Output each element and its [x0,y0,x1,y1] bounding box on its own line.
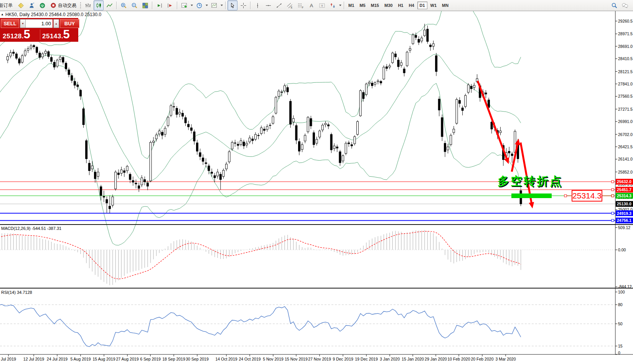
timeframe-m1[interactable]: M1 [346,2,356,9]
trend-arrow-shaft [478,81,508,161]
candle-body [103,197,105,197]
price-divider [40,30,40,40]
candle-body [237,144,239,146]
cursor-icon[interactable] [227,0,237,10]
candle-body [117,173,119,175]
auto-scroll-icon[interactable] [154,0,164,10]
candle-body [188,124,190,127]
candle-body [153,141,155,143]
candle-body [290,101,292,124]
candle-body [144,180,146,182]
candle-body [333,146,335,149]
candle-body [62,57,64,62]
candle-body [380,81,382,83]
timeframe-w1[interactable]: W1 [428,2,439,9]
symbols-icon[interactable] [16,0,26,10]
candle-body [190,128,192,131]
zoom-in-icon[interactable] [119,0,129,10]
search-icon[interactable] [609,0,619,10]
timeframe-m30[interactable]: M30 [382,2,395,9]
candle-body [339,152,341,163]
vline-tool-icon[interactable] [252,0,262,10]
new-order-button[interactable]: 新订单 [0,0,15,10]
candle-body [77,85,79,87]
candle-body [467,85,469,92]
date-label: 18 Sep 2019 [162,357,185,361]
collapse-icon[interactable]: ▲ [1,13,4,16]
shapes-tool-icon[interactable] [328,0,338,10]
candle-body [389,66,391,67]
candle-body [30,46,32,48]
timeframe-m5[interactable]: M5 [357,2,368,9]
candle-body [199,152,201,156]
candle-body [511,154,513,156]
sell-button[interactable]: SELL [1,19,19,28]
hline-tool-icon[interactable] [263,0,273,10]
toolbar-grip [80,2,81,9]
periods-icon[interactable] [194,0,204,10]
date-label: 14 Oct 2019 [215,357,237,361]
chat-icon[interactable] [620,0,630,10]
candle-body [438,99,440,110]
volume-decrease-button[interactable]: ▼ [20,19,26,28]
buy-button[interactable]: BUY [60,19,79,28]
axis-tick-label: 26702.0 [618,132,633,137]
text-tool-icon[interactable]: A [306,0,316,10]
price-badge-label: 24919.3 [617,211,631,216]
candle-body [401,63,402,66]
line-chart-icon[interactable] [104,0,114,10]
timeframe-d1[interactable]: D1 [417,2,427,9]
signals-icon[interactable] [37,0,47,10]
candle-body [359,90,361,116]
candle-body [18,59,20,63]
fibonacci-tool-icon[interactable]: F [295,0,305,10]
candle-body [74,81,76,85]
candle-body [45,51,46,54]
timeframe-mn[interactable]: MN [440,2,451,9]
timeframe-h4[interactable]: H4 [406,2,416,9]
candlestick-chart-icon[interactable] [94,0,104,10]
channel-tool-icon[interactable]: E [285,0,295,10]
bar-chart-icon[interactable] [83,0,93,10]
tile-windows-icon[interactable] [140,0,150,10]
volume-input[interactable] [26,19,53,28]
candle-body [91,166,93,169]
market-watch-icon[interactable] [26,0,36,10]
candle-body [453,129,455,133]
candle-body [182,113,184,116]
candle-body [383,67,385,79]
level-anchor [612,189,614,191]
indicators-icon[interactable] [179,0,189,10]
trendline-tool-icon[interactable] [274,0,284,10]
bid-price: 25128.5 [3,29,30,40]
label-tool-icon[interactable]: T [317,0,327,10]
candle-body [447,147,449,150]
crosshair-icon[interactable] [238,0,248,10]
rsi-tick-label: 0 [618,351,620,355]
chart-shift-icon[interactable] [165,0,175,10]
periods-dropdown-caret[interactable] [206,5,208,6]
date-label: 10 Feb 2020 [448,357,470,361]
shapes-dropdown-caret[interactable] [339,5,341,6]
candle-body [450,135,452,144]
auto-trading-button[interactable]: 自动交易 [48,0,79,10]
timeframe-m15[interactable]: M15 [369,2,381,9]
zoom-out-icon[interactable] [129,0,139,10]
templates-icon[interactable] [209,0,219,10]
volume-increase-button[interactable]: ▲ [53,19,59,28]
macd-signal-line [0,231,521,279]
date-label: 6 Sep 2019 [140,357,161,361]
flag-anchor [564,195,567,197]
indicators-dropdown-caret[interactable] [191,5,193,6]
rsi-panel [0,303,615,347]
timeframe-h1[interactable]: H1 [396,2,406,9]
date-label: 5 Nov 2019 [263,357,284,361]
rsi-indicator-label: RSI(14) 34.7128 [1,290,32,295]
candle-body [141,178,143,185]
candle-body [48,52,49,57]
trend-arrow-head [529,202,534,208]
candle-body [459,100,461,103]
templates-dropdown-caret[interactable] [221,5,223,6]
axis-tick-label: 28971.5 [618,31,633,36]
candle-body [363,92,364,98]
